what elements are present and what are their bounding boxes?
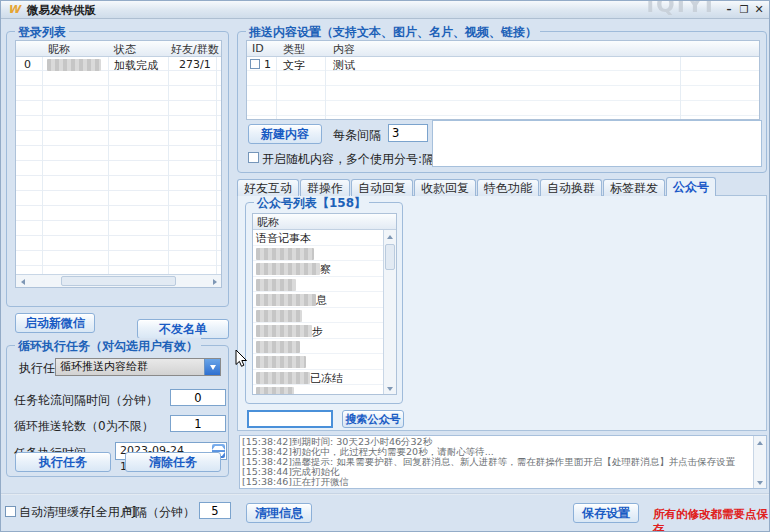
loop-task-group: 循环执行任务（对勾选用户有效） 执行任务 循环推送内容给群 任务轮流间隔时间（分…: [6, 345, 229, 477]
save-settings-button[interactable]: 保存设置: [573, 503, 639, 523]
login-table-row[interactable]: 0 加载完成 273/1: [16, 57, 221, 72]
per-interval-input[interactable]: [388, 124, 428, 142]
tab-标签群发[interactable]: 标签群发: [603, 179, 665, 196]
footer-divider: [1, 493, 770, 495]
rounds-input[interactable]: [170, 415, 226, 432]
scroll-right-icon[interactable]: [208, 275, 221, 287]
chevron-down-icon[interactable]: [204, 359, 220, 375]
mouse-cursor: [235, 349, 248, 368]
push-table-header: ID 类型 内容: [247, 41, 759, 57]
account-item[interactable]: 语音记事本: [253, 230, 383, 246]
login-table-header: 昵称 状态 好友/群数: [16, 41, 221, 57]
push-table-row[interactable]: 1 文字 测试: [247, 57, 759, 72]
log-line: [15:38:46]正在打开微信: [242, 477, 752, 487]
col-type: 类型: [283, 42, 305, 57]
redacted-text: [256, 325, 312, 337]
random-content-label: 开启随机内容，多个使用分号:隔开: [262, 151, 446, 168]
new-content-button[interactable]: 新建内容: [248, 124, 322, 144]
redacted-text: [256, 279, 296, 291]
row-counts: 273/1: [179, 58, 211, 71]
log-area: [15:38:42]到期时间: 30天23小时46分32秒[15:38:42]初…: [242, 437, 752, 487]
clean-info-button[interactable]: 清理信息: [246, 503, 312, 523]
tab-好友互动[interactable]: 好友互动: [237, 179, 299, 196]
scroll-down-icon[interactable]: [754, 476, 766, 488]
redacted-text: [256, 294, 316, 306]
redacted-text: [256, 372, 310, 384]
row-id: 1: [264, 58, 271, 71]
redacted-text: [256, 341, 300, 353]
scroll-left-icon[interactable]: [16, 275, 29, 287]
task-select[interactable]: 循环推送内容给群: [55, 358, 221, 376]
vertical-scrollbar[interactable]: [383, 230, 396, 394]
row-content: 测试: [333, 58, 355, 73]
login-table[interactable]: 昵称 状态 好友/群数 0 加载完成 273/1: [15, 40, 222, 288]
scroll-up-icon[interactable]: [384, 230, 396, 242]
clear-task-button[interactable]: 清除任务: [125, 452, 221, 472]
scroll-up-icon[interactable]: [754, 436, 766, 448]
tab-公众号[interactable]: 公众号: [666, 177, 716, 196]
clean-interval-input[interactable]: [199, 502, 231, 519]
scrollbar-thumb[interactable]: [385, 244, 395, 270]
log-box[interactable]: [15:38:42]到期时间: 30天23小时46分32秒[15:38:42]初…: [239, 435, 767, 489]
accounts-group: 公众号列表【158】 昵称 语音记事本察息步已冻结发布: [245, 202, 403, 404]
push-table[interactable]: ID 类型 内容 1 文字 测试: [246, 40, 760, 120]
tab-收款回复[interactable]: 收款回复: [414, 179, 476, 196]
rounds-label: 循环推送轮数（0为不限）: [14, 418, 154, 435]
accounts-list[interactable]: 语音记事本察息步已冻结发布: [253, 230, 383, 394]
scrollbar-thumb[interactable]: [61, 276, 176, 286]
tab-群操作[interactable]: 群操作: [300, 179, 350, 196]
app-logo-icon: W: [8, 3, 22, 16]
task-select-value: 循环推送内容给群: [60, 360, 148, 373]
tab-bar: 好友互动群操作自动回复收款回复特色功能自动换群标签群发公众号: [237, 177, 717, 196]
login-list-title: 登录列表: [15, 24, 69, 41]
loop-task-title: 循环执行任务（对勾选用户有效）: [15, 338, 201, 355]
account-item[interactable]: [253, 385, 383, 394]
col-nickname: 昵称: [48, 42, 70, 57]
maximize-button[interactable]: ❐: [738, 4, 750, 16]
minimize-button[interactable]: –: [723, 4, 735, 16]
account-item[interactable]: 察: [253, 261, 383, 277]
account-item[interactable]: [253, 354, 383, 370]
account-search-input[interactable]: [247, 410, 333, 428]
accounts-header: 昵称: [253, 214, 396, 230]
redacted-text: [256, 248, 314, 260]
tab-特色功能[interactable]: 特色功能: [477, 179, 539, 196]
auto-clean-checkbox[interactable]: [5, 506, 16, 517]
redacted-text: [256, 356, 306, 368]
account-item[interactable]: [253, 339, 383, 355]
col-content: 内容: [333, 42, 355, 57]
row-index: 0: [24, 58, 31, 71]
account-item[interactable]: [253, 277, 383, 293]
horizontal-scrollbar[interactable]: [16, 274, 221, 287]
execute-task-button[interactable]: 执行任务: [15, 452, 111, 472]
account-item[interactable]: 息: [253, 292, 383, 308]
scroll-down-icon[interactable]: [384, 382, 396, 394]
account-item[interactable]: [253, 246, 383, 262]
account-item[interactable]: 已冻结: [253, 370, 383, 386]
account-label: 语音记事本: [256, 232, 311, 245]
random-content-checkbox[interactable]: [248, 152, 259, 163]
account-item[interactable]: [253, 308, 383, 324]
row-checkbox[interactable]: [250, 59, 260, 69]
log-scrollbar[interactable]: [753, 436, 766, 488]
video-watermark: iQIYI: [646, 0, 715, 17]
start-new-wechat-button[interactable]: 启动新微信: [15, 313, 95, 333]
search-account-button[interactable]: 搜索公众号: [342, 410, 404, 428]
no-send-list-button[interactable]: 不发名单: [137, 319, 229, 339]
close-button[interactable]: ✕: [753, 4, 765, 16]
save-notice: 所有的修改都需要点保存: [653, 507, 769, 532]
nickname-redacted: [47, 59, 101, 71]
tab-自动换群[interactable]: 自动换群: [540, 179, 602, 196]
interval-input[interactable]: [170, 389, 226, 406]
tab-自动回复[interactable]: 自动回复: [351, 179, 413, 196]
push-content-group: 推送内容设置（支持文本、图片、名片、视频、链接） ID 类型 内容 1 文字 测…: [237, 31, 767, 173]
col-status: 状态: [114, 42, 136, 57]
login-list-group: 登录列表 昵称 状态 好友/群数 0 加载完成 273/1: [6, 31, 229, 307]
content-preview-textarea[interactable]: [432, 120, 762, 167]
account-label: 息: [316, 294, 327, 307]
accounts-list-box[interactable]: 昵称 语音记事本察息步已冻结发布: [252, 213, 397, 395]
push-content-title: 推送内容设置（支持文本、图片、名片、视频、链接）: [246, 24, 540, 41]
account-item[interactable]: 步: [253, 323, 383, 339]
title-bar: iQIYI W 微易发特供版 – ❐ ✕: [1, 1, 770, 19]
col-id: ID: [252, 42, 264, 55]
